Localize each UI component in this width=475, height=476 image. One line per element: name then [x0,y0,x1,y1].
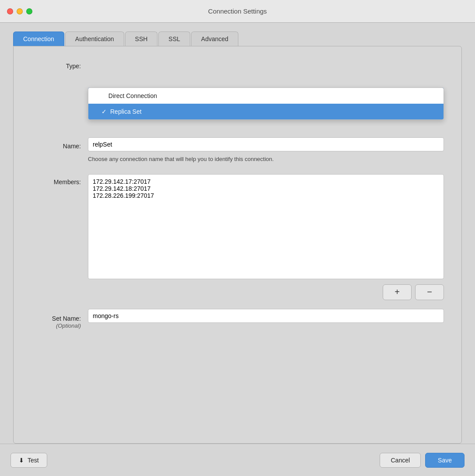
content-panel: Type: Direct Connection ✓ Replica Set [13,46,462,444]
traffic-lights [7,8,32,14]
set-name-optional: (Optional) [56,322,81,330]
name-hint: Choose any connection name that will hel… [88,155,274,164]
tabs-bar: Connection Authentication SSH SSL Advanc… [13,32,462,46]
set-name-label: Set Name: [52,312,81,322]
test-icon: ⬇ [19,457,24,464]
tab-ssh[interactable]: SSH [125,32,158,46]
minimize-button[interactable] [17,8,23,14]
close-button[interactable] [7,8,13,14]
name-label: Name: [31,140,88,150]
set-name-row: Set Name: (Optional) [31,309,444,330]
dropdown-menu: Direct Connection ✓ Replica Set [88,88,444,120]
main-container: Connection Authentication SSH SSL Advanc… [0,23,475,444]
bottom-bar: ⬇ Test Cancel Save [0,444,475,476]
add-remove-buttons: + − [88,284,444,300]
maximize-button[interactable] [26,8,32,14]
window-title: Connection Settings [208,7,267,15]
checkmark-direct [101,92,105,99]
members-label: Members: [31,174,88,186]
remove-member-button[interactable]: − [415,284,444,300]
tab-authentication[interactable]: Authentication [65,32,124,46]
members-row: Members: 172.29.142.17:27017 172.29.142.… [31,174,444,300]
dropdown-option-direct[interactable]: Direct Connection [88,88,444,104]
dropdown-option-replica[interactable]: ✓ Replica Set [88,104,444,119]
tab-advanced[interactable]: Advanced [191,32,238,46]
set-name-field-wrap [88,309,444,323]
bottom-right-buttons: Cancel Save [380,453,465,468]
checkmark-replica: ✓ [101,108,107,115]
set-name-input[interactable] [88,309,444,323]
cancel-button[interactable]: Cancel [380,453,421,468]
title-bar: Connection Settings [0,0,475,23]
type-dropdown[interactable]: Direct Connection ✓ Replica Set Replica … [88,88,444,102]
name-input[interactable] [88,137,444,151]
type-label: Type: [31,60,88,70]
test-button[interactable]: ⬇ Test [10,453,47,468]
tab-ssl[interactable]: SSL [158,32,190,46]
type-row: Type: Direct Connection ✓ Replica Set [31,60,444,102]
members-field-wrap: 172.29.142.17:27017 172.29.142.18:27017 … [88,174,444,281]
name-field-wrap [88,137,444,151]
members-textarea[interactable]: 172.29.142.17:27017 172.29.142.18:27017 … [88,174,444,279]
tab-connection[interactable]: Connection [13,32,64,46]
set-name-label-wrap: Set Name: (Optional) [31,309,88,330]
save-button[interactable]: Save [425,453,465,468]
name-row: Name: Choose any connection name that wi… [31,137,444,164]
type-field-wrap: Direct Connection ✓ Replica Set Replica … [88,60,444,102]
add-member-button[interactable]: + [383,284,412,300]
